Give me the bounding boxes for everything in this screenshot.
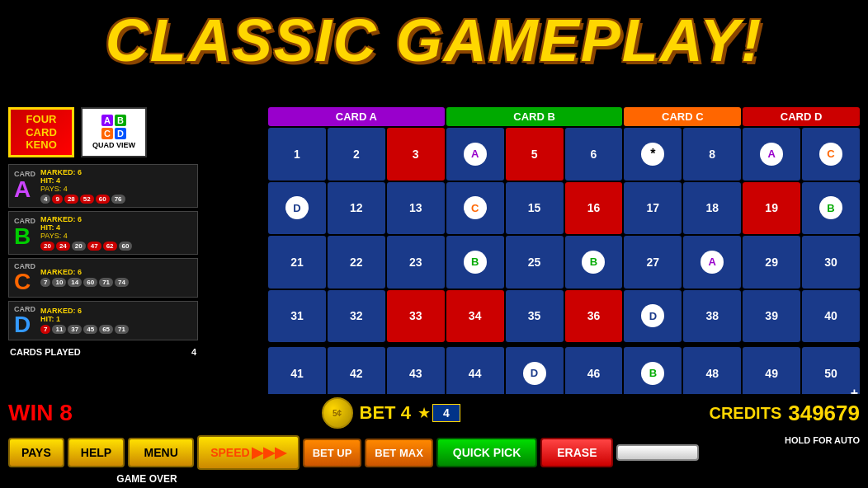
keno-cell[interactable]: 2 [328,128,385,181]
keno-cell[interactable]: 30 [802,236,860,289]
credits-value: 349679 [788,401,860,426]
game-over-label: GAME OVER [114,473,180,485]
bet-stars: ★ 4 [417,404,460,422]
header-card-c: CARD C [624,107,741,126]
keno-cell[interactable]: * [624,128,682,181]
card-a-info: CARD A MARKED: 6 HIT: 4 PAYS: 4 4 9 28 5… [8,164,198,208]
keno-cell[interactable]: 17 [624,182,682,235]
card-c-info: CARD C MARKED: 6 7 10 14 60 71 74 [8,258,198,298]
win-credits-row: WIN 8 5¢ BET 4 ★ 4 CREDITS 349679 [0,394,868,432]
keno-cell[interactable]: 35 [506,290,564,343]
keno-cell[interactable]: 40 [802,290,860,343]
hold-auto-label: HOLD FOR AUTO [776,432,868,448]
keno-cell[interactable]: 1 [268,128,326,181]
keno-cell[interactable]: A [683,236,741,289]
keno-cell[interactable]: 3 [387,128,445,181]
keno-cell[interactable]: C [802,128,860,181]
keno-cell[interactable]: 22 [328,236,385,289]
help-button[interactable]: HELP [68,438,125,467]
keno-cell[interactable]: B [802,182,860,235]
keno-cell[interactable]: B [565,236,623,289]
cards-played-row: CARDS PLAYED 4 [8,344,198,360]
keno-cell[interactable]: 33 [387,290,445,343]
quad-view-logo[interactable]: A B C D QUAD VIEW [81,107,147,157]
pays-button[interactable]: PAYS [8,438,64,467]
keno-cell[interactable]: 27 [624,236,682,289]
keno-cell[interactable]: C [446,182,504,235]
logo-area: FOUR CARD KENO A B C D QUAD VIEW [8,107,198,157]
keno-cell[interactable]: 31 [268,290,326,343]
coin-area: 5¢ BET 4 ★ 4 [322,397,460,429]
keno-cell[interactable]: 19 [743,182,800,235]
keno-cell[interactable]: 13 [387,182,445,235]
keno-cell[interactable]: 21 [268,236,326,289]
keno-cell[interactable]: 12 [328,182,385,235]
buttons-row: PAYS HELP MENU SPEED ▶▶▶ BET UP BET MAX … [0,432,776,473]
header-card-d: CARD D [743,107,860,126]
keno-cell[interactable]: 49 [743,347,800,400]
win-display: WIN 8 [8,400,73,426]
keno-cell[interactable]: 39 [743,290,800,343]
page-title: CLASSIC GAMEPLAY! [0,0,868,74]
keno-cell[interactable]: 44 [446,347,504,400]
credits-label: CREDITS [709,404,781,423]
keno-cell[interactable]: A [743,128,800,181]
keno-cell[interactable]: D [506,347,564,400]
keno-grid-top: 123A56*8ACD1213C1516171819B212223B25B27A… [268,128,860,342]
game-logo: FOUR CARD KENO [8,107,74,157]
keno-cell[interactable]: 15 [506,182,564,235]
card-b-info: CARD B MARKED: 6 HIT: 4 PAYS: 4 20 24 20… [8,211,198,255]
menu-button[interactable]: MENU [128,438,194,467]
keno-cell[interactable]: 46 [565,347,623,400]
keno-cell[interactable]: D [268,182,326,235]
keno-cell[interactable]: 5 [506,128,564,181]
bet-up-button[interactable]: BET UP [303,439,362,467]
speed-button[interactable]: SPEED ▶▶▶ [197,435,299,470]
keno-cell[interactable]: 6 [565,128,623,181]
keno-cell[interactable]: 23 [387,236,445,289]
keno-cell[interactable]: 43 [387,347,445,400]
hold-auto-button[interactable] [616,444,699,461]
erase-button[interactable]: ERASE [540,438,613,467]
header-card-a: CARD A [268,107,445,126]
keno-cell[interactable]: B [624,347,682,400]
keno-cell[interactable]: 41 [268,347,326,400]
keno-cell[interactable]: 25 [506,236,564,289]
keno-cell[interactable]: 38 [683,290,741,343]
keno-cell[interactable]: 16 [565,182,623,235]
keno-cell[interactable]: 34 [446,290,504,343]
card-headers: CARD A CARD B CARD C CARD D [268,107,860,126]
keno-cell[interactable]: 8 [683,128,741,181]
keno-cell[interactable]: 48 [683,347,741,400]
keno-cell[interactable]: 36 [565,290,623,343]
keno-cell[interactable]: 29 [743,236,800,289]
keno-cell[interactable]: D [624,290,682,343]
card-d-info: CARD D MARKED: 6 HIT: 1 7 11 37 45 65 71 [8,301,198,340]
left-panel: FOUR CARD KENO A B C D QUAD VIEW CARD A … [8,107,198,360]
credits-row: CREDITS 349679 [709,401,860,426]
bet-display: BET 4 [360,402,411,424]
keno-cell[interactable]: 42 [328,347,385,400]
coin-icon: 5¢ [322,397,353,429]
bet-max-button[interactable]: BET MAX [365,439,433,467]
header-card-b: CARD B [446,107,623,126]
keno-cell[interactable]: B [446,236,504,289]
bet-bar: 4 [432,404,460,422]
quick-pick-button[interactable]: QUICK PICK [436,438,537,467]
keno-cell[interactable]: 32 [328,290,385,343]
keno-cell[interactable]: A [446,128,504,181]
keno-cell[interactable]: 18 [683,182,741,235]
bottom-bar: WIN 8 5¢ BET 4 ★ 4 CREDITS 349679 PAYS H… [0,394,868,488]
